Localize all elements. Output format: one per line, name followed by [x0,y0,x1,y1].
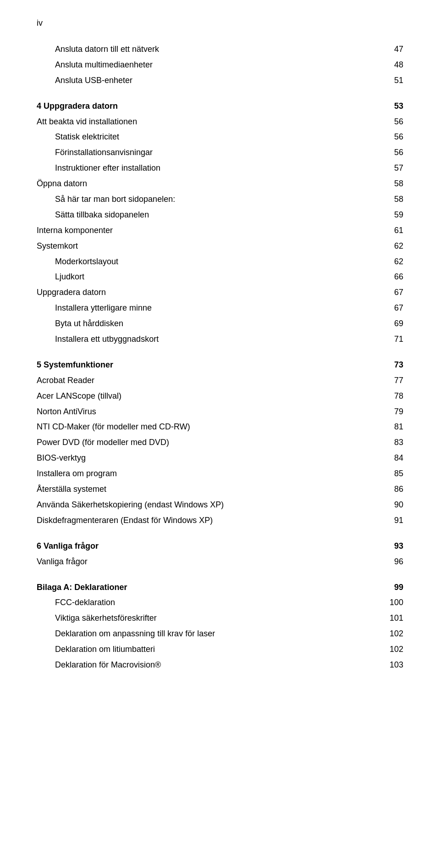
toc-page-number: 62 [337,254,403,270]
toc-label: Återställa systemet [37,482,337,497]
toc-row: Moderkortslayout62 [37,254,403,270]
toc-label: Deklaration om litiumbatteri [37,642,337,657]
toc-label: 5 Systemfunktioner [37,357,337,373]
toc-row: Uppgradera datorn67 [37,285,403,300]
toc-label: Vanliga frågor [37,554,337,570]
toc-page-number: 86 [337,482,403,497]
toc-row: Bilaga A: Deklarationer99 [37,580,403,595]
toc-label: Så här tar man bort sidopanelen: [37,192,337,207]
toc-page-number: 69 [337,316,403,332]
toc-row: Ansluta USB-enheter51 [37,73,403,89]
toc-spacer [37,570,403,580]
toc-row: 6 Vanliga frågor93 [37,539,403,554]
toc-label: Att beakta vid installationen [37,114,337,130]
toc-label: Bilaga A: Deklarationer [37,580,337,595]
toc-label: Statisk elektricitet [37,129,337,145]
toc-page-number: 59 [337,207,403,223]
toc-row: Använda Säkerhetskopiering (endast Windo… [37,497,403,513]
toc-page-number: 100 [337,595,403,611]
toc-label: 4 Uppgradera datorn [37,99,337,114]
toc-row: Ansluta datorn till ett nätverk47 [37,42,403,57]
toc-label: Systemkort [37,239,337,254]
toc-table: Ansluta datorn till ett nätverk47Ansluta… [37,42,403,673]
toc-page-number: 78 [337,389,403,404]
toc-page-number: 62 [337,239,403,254]
toc-label: Använda Säkerhetskopiering (endast Windo… [37,497,337,513]
toc-page-number: 81 [337,419,403,435]
toc-row: Instruktioner efter installation57 [37,161,403,176]
toc-spacer [37,347,403,357]
toc-row: Så här tar man bort sidopanelen:58 [37,192,403,207]
toc-label: Viktiga säkerhetsföreskrifter [37,611,337,626]
toc-label: 6 Vanliga frågor [37,539,337,554]
toc-row: Installera om program85 [37,466,403,482]
toc-page-number: 79 [337,404,403,420]
toc-page-number: 57 [337,161,403,176]
toc-page-number: 101 [337,611,403,626]
toc-page-number: 48 [337,57,403,73]
page-marker: iv [37,18,403,28]
toc-label: BIOS-verktyg [37,451,337,466]
toc-row: Acrobat Reader77 [37,373,403,389]
toc-row: Ansluta multimediaenheter48 [37,57,403,73]
toc-label: Ansluta datorn till ett nätverk [37,42,337,57]
toc-label: Deklaration för Macrovision® [37,657,337,673]
toc-row: FCC-deklaration100 [37,595,403,611]
toc-label: Förinstallationsanvisningar [37,145,337,161]
toc-page-number: 91 [337,513,403,529]
toc-label: Installera om program [37,466,337,482]
toc-page-number: 102 [337,626,403,642]
toc-row: Öppna datorn58 [37,176,403,192]
toc-row: Installera ytterligare minne67 [37,300,403,316]
toc-page-number: 103 [337,657,403,673]
toc-row: Ljudkort66 [37,269,403,285]
toc-page-number: 66 [337,269,403,285]
toc-spacer [37,89,403,99]
toc-row: NTI CD-Maker (för modeller med CD-RW)81 [37,419,403,435]
toc-row: Systemkort62 [37,239,403,254]
toc-page-number: 47 [337,42,403,57]
toc-page-number: 93 [337,539,403,554]
toc-page-number: 67 [337,285,403,300]
toc-page-number: 71 [337,332,403,347]
toc-row: Installera ett utbyggnadskort71 [37,332,403,347]
toc-row: Norton AntiVirus79 [37,404,403,420]
toc-row: Deklaration för Macrovision®103 [37,657,403,673]
toc-row: Interna komponenter61 [37,223,403,239]
toc-spacer [37,529,403,539]
toc-label: Moderkortslayout [37,254,337,270]
toc-page-number: 53 [337,99,403,114]
toc-label: Acer LANScope (tillval) [37,389,337,404]
toc-page-number: 84 [337,451,403,466]
toc-label: Acrobat Reader [37,373,337,389]
toc-row: Deklaration om anpassning till krav för … [37,626,403,642]
toc-label: Deklaration om anpassning till krav för … [37,626,337,642]
toc-label: NTI CD-Maker (för modeller med CD-RW) [37,419,337,435]
toc-label: Uppgradera datorn [37,285,337,300]
toc-label: Byta ut hårddisken [37,316,337,332]
toc-label: Power DVD (för modeller med DVD) [37,435,337,451]
toc-label: Installera ett utbyggnadskort [37,332,337,347]
toc-row: Acer LANScope (tillval)78 [37,389,403,404]
toc-label: Instruktioner efter installation [37,161,337,176]
toc-page-number: 102 [337,642,403,657]
toc-row: Statisk elektricitet56 [37,129,403,145]
toc-label: Ansluta USB-enheter [37,73,337,89]
toc-row: Återställa systemet86 [37,482,403,497]
toc-page-number: 58 [337,192,403,207]
toc-page-number: 83 [337,435,403,451]
toc-page-number: 51 [337,73,403,89]
toc-row: BIOS-verktyg84 [37,451,403,466]
toc-row: 5 Systemfunktioner73 [37,357,403,373]
toc-page-number: 61 [337,223,403,239]
toc-row: Att beakta vid installationen56 [37,114,403,130]
toc-page-number: 58 [337,176,403,192]
toc-label: FCC-deklaration [37,595,337,611]
toc-page-number: 56 [337,114,403,130]
toc-row: 4 Uppgradera datorn53 [37,99,403,114]
toc-row: Sätta tillbaka sidopanelen59 [37,207,403,223]
toc-page-number: 73 [337,357,403,373]
toc-page-number: 90 [337,497,403,513]
toc-row: Vanliga frågor96 [37,554,403,570]
toc-label: Ansluta multimediaenheter [37,57,337,73]
